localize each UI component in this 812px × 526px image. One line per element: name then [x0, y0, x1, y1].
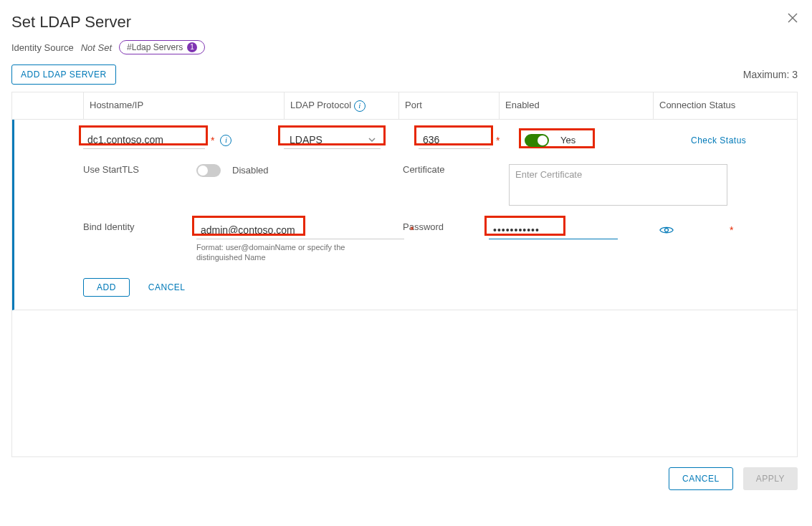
grid-header: Hostname/IP LDAP Protocol i Port Enabled… [12, 92, 797, 120]
identity-source-label: Identity Source [11, 42, 74, 53]
ldap-servers-grid: Hostname/IP LDAP Protocol i Port Enabled… [11, 92, 798, 457]
ldap-server-edit-row: * i LDAPS [12, 120, 797, 311]
svg-point-2 [665, 229, 669, 232]
hostname-input[interactable] [83, 131, 205, 149]
maximum-label: Maximum: 3 [743, 69, 798, 80]
required-marker: * [496, 135, 500, 146]
row-add-button[interactable]: ADD [83, 278, 130, 297]
certificate-field [509, 164, 727, 206]
add-ldap-server-button[interactable]: ADD LDAP SERVER [11, 64, 116, 85]
toolbar-row: ADD LDAP SERVER Maximum: 3 [11, 64, 798, 85]
form-line-2: Use StartTLS Disabled Certificate [83, 164, 785, 206]
hostname-field: * i [83, 131, 242, 149]
subtitle-row: Identity Source Not Set #Ldap Servers 1 [11, 40, 798, 54]
col-port: Port [399, 92, 500, 119]
bind-identity-input[interactable] [196, 221, 404, 239]
password-input[interactable] [489, 221, 618, 239]
col-enabled: Enabled [500, 92, 654, 119]
identity-source-status: Not Set [81, 42, 112, 53]
check-status-field: Check Status [688, 131, 749, 150]
modal-title: Set LDAP Server [11, 13, 131, 32]
starttls-label: Use StartTLS [83, 164, 169, 175]
modal-header: Set LDAP Server [11, 13, 798, 40]
certificate-label: Certificate [403, 164, 489, 175]
required-marker: * [410, 224, 414, 236]
enabled-field: Yes [525, 134, 618, 147]
row-actions: ADD CANCEL [83, 278, 785, 297]
starttls-field: Disabled [196, 164, 383, 177]
form-line-1: * i LDAPS [83, 131, 785, 150]
eye-icon[interactable] [659, 225, 674, 235]
starttls-toggle[interactable] [196, 164, 221, 177]
close-icon[interactable] [788, 13, 798, 23]
grid-body: * i LDAPS [12, 120, 797, 456]
col-protocol: LDAP Protocol i [285, 92, 399, 119]
bind-identity-label: Bind Identity [83, 221, 169, 232]
starttls-toggle-label: Disabled [232, 165, 269, 176]
info-icon[interactable]: i [220, 135, 231, 146]
required-marker: * [730, 224, 733, 236]
bind-identity-field: * [196, 221, 426, 239]
col-spacer [12, 92, 84, 119]
enabled-toggle[interactable] [525, 134, 549, 147]
col-connection-status: Connection Status [654, 92, 797, 119]
col-hostname: Hostname/IP [84, 92, 285, 119]
bind-identity-hint: Format: user@domainName or specify the d… [196, 242, 376, 263]
certificate-textarea[interactable] [509, 164, 727, 206]
row-cancel-button[interactable]: CANCEL [145, 278, 188, 297]
protocol-field: LDAPS [284, 131, 398, 149]
required-marker: * [211, 135, 214, 146]
chip-count-badge: 1 [187, 42, 197, 52]
cancel-button[interactable]: CANCEL [669, 467, 733, 490]
info-icon[interactable]: i [354, 100, 366, 112]
port-field: * [419, 131, 505, 149]
chip-label: #Ldap Servers [127, 42, 183, 52]
form-line-3: Bind Identity * Format: user@domainName … [83, 221, 785, 263]
enabled-toggle-label: Yes [560, 135, 575, 145]
apply-button: APPLY [743, 467, 798, 490]
password-field: * [489, 221, 733, 239]
col-protocol-label: LDAP Protocol [290, 100, 351, 110]
check-status-button[interactable]: Check Status [688, 131, 749, 150]
protocol-select[interactable]: LDAPS [284, 131, 381, 149]
modal-footer: CANCEL APPLY [11, 467, 798, 490]
set-ldap-server-modal: Set LDAP Server Identity Source Not Set … [0, 0, 812, 507]
ldap-servers-chip[interactable]: #Ldap Servers 1 [119, 40, 205, 54]
port-input[interactable] [419, 131, 490, 149]
